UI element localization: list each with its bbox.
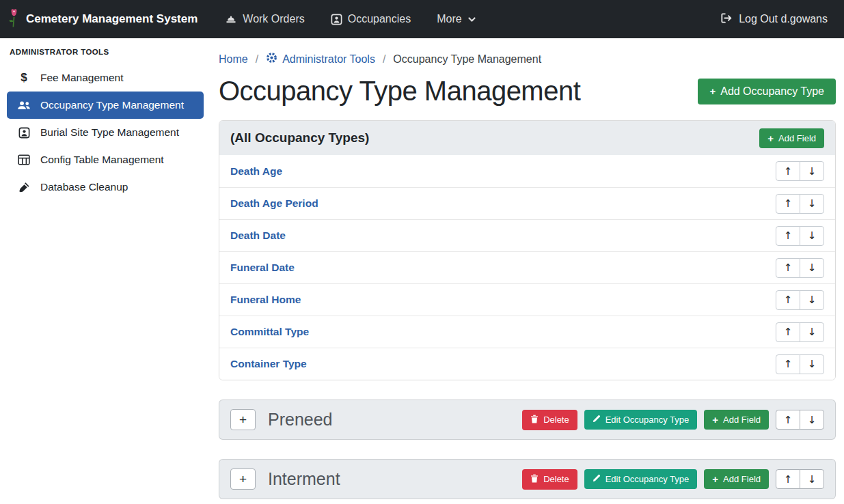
nav-more-label: More <box>437 13 461 25</box>
main-content: Home / Administrator Tools / Occupancy T… <box>210 38 844 504</box>
sidebar-item-database-cleanup[interactable]: Database Cleanup <box>7 173 204 201</box>
page-title: Occupancy Type Management <box>219 76 580 107</box>
nav-work-orders[interactable]: Work Orders <box>225 13 304 25</box>
breadcrumb-admin-tools-label: Administrator Tools <box>282 53 375 66</box>
move-up-button[interactable]: ↑ <box>776 226 800 246</box>
top-navbar: Cemetery Management System Work Orders O… <box>0 0 844 38</box>
move-down-button[interactable]: ↓ <box>800 161 824 181</box>
delete-button[interactable]: Delete <box>522 469 577 490</box>
brand-title: Cemetery Management System <box>26 12 198 26</box>
plus-icon: + <box>709 86 716 96</box>
reorder-group: ↑ ↓ <box>776 354 824 374</box>
add-occupancy-type-button[interactable]: + Add Occupancy Type <box>698 79 836 104</box>
field-link-committal-type[interactable]: Committal Type <box>230 326 309 338</box>
move-down-button[interactable]: ↓ <box>800 410 824 430</box>
plus-icon: + <box>712 415 718 425</box>
sidebar-item-label: Occupancy Type Management <box>40 99 184 111</box>
add-field-button[interactable]: + Add Field <box>759 128 824 148</box>
move-down-button[interactable]: ↓ <box>800 354 824 374</box>
sidebar-heading: ADMINISTRATOR TOOLS <box>0 45 210 64</box>
field-link-funeral-date[interactable]: Funeral Date <box>230 262 295 274</box>
move-down-button[interactable]: ↓ <box>800 258 824 278</box>
logout-button[interactable]: Log Out d.gowans <box>720 12 828 27</box>
section-title: Interment <box>268 469 340 489</box>
all-occupancy-types-title: (All Occupancy Types) <box>230 130 369 145</box>
add-occupancy-type-label: Add Occupancy Type <box>720 85 824 98</box>
edit-occupancy-type-button[interactable]: Edit Occupancy Type <box>584 469 698 489</box>
hard-hat-icon <box>225 14 237 25</box>
field-link-container-type[interactable]: Container Type <box>230 358 307 370</box>
logout-icon <box>720 12 733 27</box>
occupancy-type-section-preneed: + Preneed Delete <box>219 400 836 440</box>
plus-icon: + <box>767 133 774 143</box>
field-link-death-age-period[interactable]: Death Age Period <box>230 197 318 210</box>
move-up-button[interactable]: ↑ <box>776 258 800 278</box>
move-down-button[interactable]: ↓ <box>800 194 824 214</box>
move-up-button[interactable]: ↑ <box>776 194 800 214</box>
field-link-death-age[interactable]: Death Age <box>230 165 282 178</box>
users-icon <box>16 100 31 111</box>
sidebar-item-occupancy-type-management[interactable]: Occupancy Type Management <box>7 92 204 119</box>
breadcrumb-separator: / <box>383 53 385 66</box>
breadcrumb-home[interactable]: Home <box>219 53 248 66</box>
edit-occupancy-type-label: Edit Occupancy Type <box>605 474 690 484</box>
field-link-funeral-home[interactable]: Funeral Home <box>230 294 301 306</box>
edit-occupancy-type-label: Edit Occupancy Type <box>605 415 690 425</box>
breadcrumb-current: Occupancy Type Management <box>393 53 541 66</box>
sidebar-item-fee-management[interactable]: $ Fee Management <box>7 64 204 92</box>
field-row: Death Age ↑ ↓ <box>219 155 835 187</box>
expand-button[interactable]: + <box>230 468 256 490</box>
delete-label: Delete <box>543 474 569 484</box>
add-field-label: Add Field <box>723 415 761 425</box>
move-down-button[interactable]: ↓ <box>800 322 824 342</box>
gear-icon <box>266 52 277 66</box>
all-occupancy-types-header: (All Occupancy Types) + Add Field <box>219 121 835 155</box>
person-frame-icon <box>331 14 342 25</box>
sidebar-item-label: Config Table Management <box>40 154 164 166</box>
move-up-button[interactable]: ↑ <box>776 322 800 342</box>
brand[interactable]: Cemetery Management System <box>8 8 198 31</box>
expand-button[interactable]: + <box>230 409 256 430</box>
edit-occupancy-type-button[interactable]: Edit Occupancy Type <box>584 410 698 430</box>
section-actions: Delete Edit Occupancy Type + Add Field ↑ <box>522 410 824 430</box>
move-up-button[interactable]: ↑ <box>776 161 800 181</box>
field-row: Funeral Date ↑ ↓ <box>219 251 835 283</box>
nav-more[interactable]: More <box>437 13 476 25</box>
delete-button[interactable]: Delete <box>522 410 577 430</box>
breadcrumb-separator: / <box>256 53 258 66</box>
section-title: Preneed <box>268 410 333 430</box>
field-row: Container Type ↑ ↓ <box>219 348 835 380</box>
sidebar-item-burial-site-type-management[interactable]: Burial Site Type Management <box>7 119 204 146</box>
sidebar: ADMINISTRATOR TOOLS $ Fee Management Occ… <box>0 38 210 504</box>
dollar-icon: $ <box>16 71 31 85</box>
nav-links: Work Orders Occupancies More <box>225 13 476 25</box>
move-down-button[interactable]: ↓ <box>800 469 824 489</box>
table-icon <box>16 154 31 165</box>
move-up-button[interactable]: ↑ <box>776 354 800 374</box>
add-field-button[interactable]: + Add Field <box>704 469 769 489</box>
field-row: Funeral Home ↑ ↓ <box>219 283 835 316</box>
move-up-button[interactable]: ↑ <box>776 410 800 430</box>
move-up-button[interactable]: ↑ <box>776 469 800 489</box>
move-up-button[interactable]: ↑ <box>776 290 800 310</box>
nav-work-orders-label: Work Orders <box>243 13 304 25</box>
nav-occupancies-label: Occupancies <box>348 13 411 25</box>
all-occupancy-types-card: (All Occupancy Types) + Add Field Death … <box>219 120 836 380</box>
section-actions: Delete Edit Occupancy Type + Add Field ↑ <box>522 469 824 490</box>
add-field-button[interactable]: + Add Field <box>704 410 769 430</box>
move-down-button[interactable]: ↓ <box>800 290 824 310</box>
logout-label: Log Out d.gowans <box>739 13 828 25</box>
field-link-death-date[interactable]: Death Date <box>230 229 286 242</box>
move-down-button[interactable]: ↓ <box>800 226 824 246</box>
broom-icon <box>16 182 31 193</box>
pencil-icon <box>593 415 601 425</box>
flower-logo-icon <box>8 8 20 31</box>
pencil-icon <box>593 474 601 484</box>
delete-label: Delete <box>543 415 569 425</box>
nav-occupancies[interactable]: Occupancies <box>331 13 411 25</box>
trash-icon <box>530 415 539 425</box>
sidebar-item-label: Database Cleanup <box>40 181 128 193</box>
sidebar-item-config-table-management[interactable]: Config Table Management <box>7 146 204 173</box>
breadcrumb-admin-tools[interactable]: Administrator Tools <box>266 52 375 66</box>
reorder-group: ↑ ↓ <box>776 410 824 430</box>
